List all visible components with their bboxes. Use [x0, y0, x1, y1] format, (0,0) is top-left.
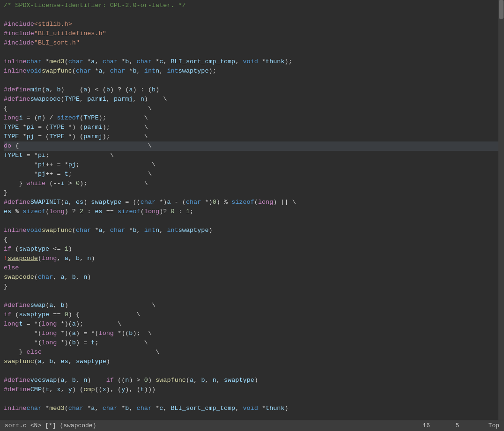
code-line: #define vecswap(a, b, n) if ((n) > 0) sw… — [4, 376, 504, 385]
code-line: swapcode(char, a, b, n) — [4, 273, 504, 282]
code-line: long i = (n) / sizeof(TYPE); \ — [4, 113, 504, 123]
position-indicator: Top — [489, 422, 499, 429]
code-line: inline char *med3(char *a, char *b, char… — [4, 57, 504, 67]
code-line: #define swapcode(TYPE, parmi, parmj, n) … — [4, 95, 504, 104]
code-line: *pi++ = *pj; \ — [4, 160, 504, 170]
code-line: } while (--i > 0); \ — [4, 179, 504, 188]
code-line: swapfunc(a, b, es, swaptype) — [4, 357, 504, 366]
code-editor[interactable]: /* SPDX-License-Identifier: GPL-2.0-or-l… — [0, 0, 504, 420]
code-line: } else \ — [4, 348, 504, 357]
status-extra: [*] (swapcode) — [45, 422, 96, 429]
code-line: #define CMP(t, x, y) (cmp((x), (y), (t))… — [4, 385, 504, 394]
code-line: inline void swapfunc(char *a, char *b, i… — [4, 226, 504, 235]
code-line: inline void swapfunc(char *a, char *b, i… — [4, 67, 504, 76]
code-line — [4, 366, 504, 376]
code-line: if (swaptype <= 1) — [4, 245, 504, 254]
status-right: 16 5 Top — [422, 422, 499, 429]
code-line — [4, 291, 504, 301]
code-line: #define SWAPINIT(a, es) swaptype = ((cha… — [4, 198, 504, 207]
code-line: TYPE *pi = (TYPE *) (parmi); \ — [4, 123, 504, 132]
code-line — [4, 216, 504, 226]
code-line: #define min(a, b) (a) < (b) ? (a) : (b) — [4, 85, 504, 95]
code-line — [4, 76, 504, 85]
code-line: do { \ — [4, 141, 504, 151]
vim-mode: <N> — [30, 422, 41, 429]
code-line: if (swaptype == 0) { \ — [4, 310, 504, 320]
code-line: *pj++ = t; \ — [4, 170, 504, 179]
code-line: es % sizeof(long) ? 2 : es == sizeof(lon… — [4, 207, 504, 216]
code-line: } — [4, 188, 504, 198]
code-line — [4, 394, 504, 404]
status-left: sort.c <N> [*] (swapcode) — [5, 422, 96, 429]
code-line: } — [4, 282, 504, 291]
code-line: TYPE t = *pi; \ — [4, 151, 504, 160]
code-line: /* SPDX-License-Identifier: GPL-2.0-or-l… — [4, 1, 504, 10]
filename: sort.c — [5, 422, 27, 429]
code-line: TYPE *pj = (TYPE *) (parmj); \ — [4, 132, 504, 141]
code-line: else — [4, 263, 504, 273]
code-line — [4, 48, 504, 57]
scrollbar-thumb[interactable] — [499, 0, 504, 19]
line-number: 16 — [422, 422, 430, 429]
code-line: { \ — [4, 104, 504, 113]
code-line: *(long *)(b) = t; \ — [4, 338, 504, 348]
code-line: #include "BLI_utildefines.h" — [4, 29, 504, 38]
code-line: *(long *)(a) = *(long *)(b); \ — [4, 329, 504, 338]
code-line: ! swapcode(long, a, b, n) — [4, 254, 504, 263]
scrollbar[interactable] — [498, 0, 504, 420]
code-line: long t = *(long *)(a); \ — [4, 320, 504, 329]
col-number: 5 — [455, 422, 459, 429]
code-line: inline char *med3(char *a, char *b, char… — [4, 404, 504, 413]
code-line: #include "BLI_sort.h" — [4, 38, 504, 48]
code-line: #include <stdlib.h> — [4, 20, 504, 29]
code-line: #define swap(a, b) \ — [4, 301, 504, 310]
code-content: /* SPDX-License-Identifier: GPL-2.0-or-l… — [4, 1, 504, 413]
code-line: { — [4, 235, 504, 245]
status-bar: sort.c <N> [*] (swapcode) 16 5 Top — [0, 420, 504, 431]
code-line — [4, 10, 504, 20]
